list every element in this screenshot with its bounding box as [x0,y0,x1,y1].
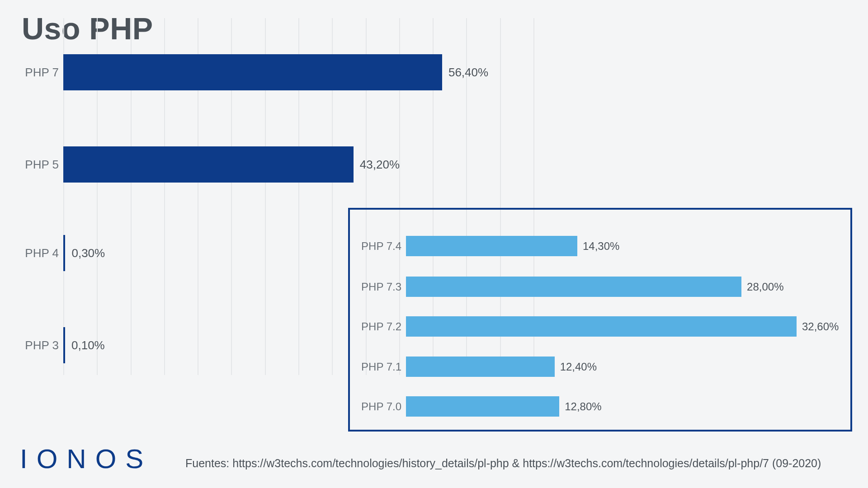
main-bar-value: 56,40% [448,66,488,80]
sub-bar-row: PHP 7.012,80% [406,396,841,417]
sub-bar-label: PHP 7.2 [354,320,401,333]
sub-bar-label: PHP 7.3 [354,281,401,293]
main-bar [63,327,65,363]
chart-title: Uso PHP [22,11,153,46]
sub-bar [406,277,741,297]
sub-bar-label: PHP 7.0 [354,400,401,413]
main-bar-label: PHP 3 [18,338,59,352]
main-bar-row: PHP 543,20% [63,146,841,183]
main-bar-row: PHP 756,40% [63,54,841,90]
main-bar-label: PHP 5 [18,158,59,172]
sub-bar-value: 28,00% [747,281,783,293]
sub-bar-row: PHP 7.328,00% [406,277,841,297]
sub-bar-row: PHP 7.232,60% [406,316,841,337]
sub-bar [406,396,559,417]
brand-logo: IONOS [20,443,152,474]
main-bar-value: 43,20% [360,158,400,172]
sub-bar-value: 12,80% [565,400,601,413]
sub-bar-value: 14,30% [583,240,619,253]
sub-bar-row: PHP 7.414,30% [406,236,841,256]
inset-chart: PHP 7.414,30%PHP 7.328,00%PHP 7.232,60%P… [406,228,841,412]
source-text: Fuentes: https://w3techs.com/technologie… [185,457,850,470]
sub-bar-label: PHP 7.1 [354,361,401,373]
sub-bar-row: PHP 7.112,40% [406,357,841,377]
main-bar-label: PHP 4 [18,246,59,260]
main-bar-label: PHP 7 [18,66,59,80]
sub-bar [406,357,555,377]
main-bar [63,235,65,271]
main-bar-value: 0,10% [71,338,105,352]
sub-bar-value: 32,60% [802,320,839,333]
main-bar-value: 0,30% [71,246,105,260]
inset-chart-box: PHP 7.414,30%PHP 7.328,00%PHP 7.232,60%P… [348,208,852,432]
sub-bar [406,236,577,256]
sub-bar-label: PHP 7.4 [354,240,401,253]
main-bar [63,54,442,90]
sub-bar-value: 12,40% [560,361,597,373]
sub-bar [406,316,797,337]
main-bar [63,146,354,183]
